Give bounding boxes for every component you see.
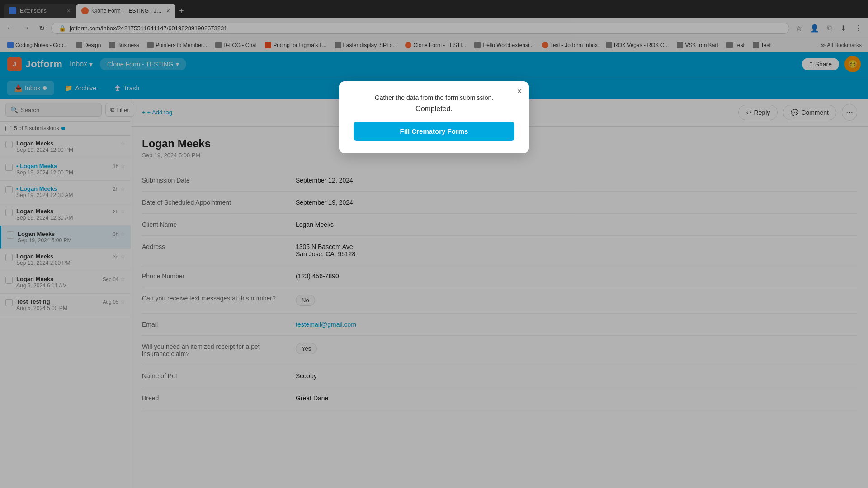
modal-overlay[interactable]: × Gather the data from the form submissi… [0, 0, 868, 488]
modal-status: Completed. [354, 105, 514, 113]
fill-crematory-modal: × Gather the data from the form submissi… [339, 81, 529, 153]
fill-crematory-forms-button[interactable]: Fill Crematory Forms [354, 122, 514, 141]
modal-close-button[interactable]: × [517, 87, 522, 96]
modal-description: Gather the data from the form submission… [354, 94, 514, 101]
